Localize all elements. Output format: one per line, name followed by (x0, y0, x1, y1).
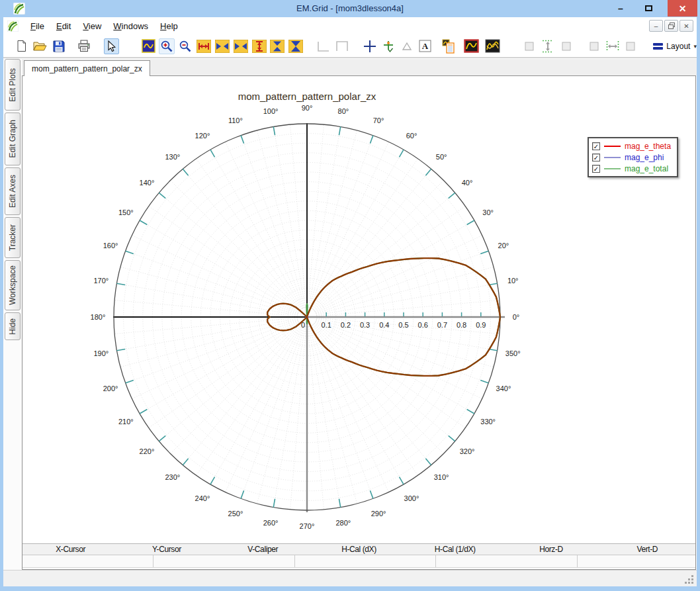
open-folder-icon (33, 40, 47, 52)
zoom-in-icon (160, 40, 173, 53)
triangle-marker-button[interactable] (399, 38, 415, 54)
vertical-arrows-icon (542, 40, 554, 53)
cursor-col-header: H-Cal (dX) (311, 544, 407, 555)
multi-curve-button[interactable] (484, 38, 500, 54)
fit-plot-button[interactable] (140, 38, 156, 54)
legend-label: mag_e_theta (625, 142, 671, 151)
axes-corner-button-2[interactable] (334, 38, 350, 54)
svg-text:300°: 300° (404, 494, 419, 502)
sidebar-tab-label: Edit Axes (8, 175, 17, 208)
title-bar: EM.Grid - [mom3dlesson4a] – ✕ (0, 0, 700, 17)
halign-right-box-button[interactable] (623, 38, 638, 54)
menu-item-file[interactable]: File (24, 19, 50, 33)
mdi-restore-button[interactable] (664, 20, 678, 32)
corner-frame-icon (318, 41, 329, 52)
pointer-tool-button[interactable] (104, 38, 120, 54)
sidebar-tab-label: Edit Graph (8, 120, 17, 158)
legend-row-mag_e_phi: ✓mag_e_phi (592, 152, 671, 163)
svg-text:40°: 40° (462, 179, 473, 187)
single-curve-button[interactable] (463, 38, 479, 54)
legend-row-mag_e_total: ✓mag_e_total (592, 163, 671, 174)
cursor-value-cell (578, 555, 695, 567)
menu-item-windows[interactable]: Windows (107, 19, 154, 33)
legend-report-button[interactable] (441, 38, 457, 54)
expand-vertical-disabled-button[interactable] (540, 38, 556, 54)
cursor-value-cell (22, 555, 153, 567)
stretch-x-button[interactable] (214, 38, 230, 54)
new-file-button[interactable] (14, 38, 30, 54)
tracker-cursor-icon (382, 40, 395, 53)
sidebar-tab-edit-axes[interactable]: Edit Axes (5, 167, 21, 215)
menu-item-edit[interactable]: Edit (50, 19, 77, 33)
gray-box-icon (525, 42, 534, 51)
legend-checkbox-mag_e_phi[interactable]: ✓ (592, 154, 600, 161)
sidebar-tab-hide[interactable]: Hide (5, 312, 21, 340)
pointer-arrow-icon (106, 40, 116, 52)
svg-text:310°: 310° (434, 473, 449, 481)
menu-bar: FileEditViewWindowsHelp – ✕ (3, 17, 697, 35)
axes-corner-button-1[interactable] (316, 38, 331, 54)
legend-checkbox-mag_e_theta[interactable]: ✓ (592, 142, 600, 150)
svg-text:50°: 50° (436, 153, 447, 161)
tracker-button[interactable] (380, 38, 396, 54)
svg-text:130°: 130° (165, 153, 180, 161)
text-label-button[interactable]: A (417, 38, 433, 54)
svg-text:250°: 250° (228, 510, 243, 518)
cursor-table-headers: X-CursorY-CursorV-CaliperH-Cal (dX)H-Cal… (22, 543, 695, 555)
zoom-in-button[interactable] (159, 38, 175, 54)
document-tab-strip: mom_pattern_pattern_polar_zx (22, 59, 697, 75)
crosshair-button[interactable] (362, 38, 378, 54)
cursor-table-values (22, 555, 695, 568)
cursor-readout-table: X-CursorY-CursorV-CaliperH-Cal (dX)H-Cal… (22, 543, 695, 568)
svg-text:0.8: 0.8 (457, 321, 466, 329)
main-area: Edit PlotsEdit GraphEdit AxesTrackerWork… (3, 58, 697, 570)
stretch-x-icon (215, 40, 230, 53)
stretch-y-icon (270, 40, 284, 53)
single-curve-icon (464, 39, 479, 53)
legend-line-sample (604, 146, 621, 147)
valign-right-box-button[interactable] (558, 38, 574, 54)
svg-text:0.3: 0.3 (360, 321, 370, 329)
compress-x-button[interactable] (233, 38, 249, 54)
sidebar-tab-edit-graph[interactable]: Edit Graph (5, 113, 21, 165)
cursor-value-cell (436, 555, 578, 567)
expand-y-full-button[interactable] (251, 38, 267, 54)
restore-icon (668, 23, 675, 29)
maximize-button[interactable] (635, 0, 662, 17)
print-button[interactable] (76, 38, 92, 54)
compress-x-icon (234, 40, 248, 53)
mdi-close-button[interactable]: ✕ (679, 20, 693, 32)
save-floppy-icon (53, 40, 65, 52)
legend-label: mag_e_phi (625, 153, 664, 162)
stretch-y-button[interactable] (270, 38, 286, 54)
menu-item-help[interactable]: Help (154, 19, 184, 33)
compress-y-button[interactable] (288, 38, 304, 54)
valign-left-box-button[interactable] (521, 38, 537, 54)
close-button[interactable]: ✕ (668, 0, 697, 17)
save-button[interactable] (51, 38, 67, 54)
resize-grip[interactable] (685, 576, 693, 584)
expand-x-full-button[interactable] (196, 38, 212, 54)
legend-report-icon (442, 39, 455, 54)
halign-left-box-button[interactable] (586, 38, 602, 54)
triangle-marker-icon (402, 42, 412, 51)
sidebar-tab-edit-plots[interactable]: Edit Plots (5, 59, 21, 111)
document-tab[interactable]: mom_pattern_pattern_polar_zx (24, 60, 150, 76)
menu-item-view[interactable]: View (77, 19, 107, 33)
svg-text:mom_pattern_pattern_polar_zx: mom_pattern_pattern_polar_zx (238, 91, 376, 102)
expand-horizontal-disabled-button[interactable] (605, 38, 621, 54)
sidebar-tab-tracker[interactable]: Tracker (5, 217, 21, 258)
window-title: EM.Grid - [mom3dlesson4a] (0, 0, 700, 17)
legend-checkbox-mag_e_total[interactable]: ✓ (592, 165, 600, 173)
multi-curve-icon (485, 39, 500, 53)
layout-button[interactable]: Layout ▾ (653, 42, 697, 51)
sidebar-tab-workspace[interactable]: Workspace (5, 260, 21, 310)
open-button[interactable] (32, 38, 48, 54)
minimize-button[interactable]: – (607, 0, 634, 17)
cursor-value-cell (153, 555, 295, 567)
legend-label: mag_e_total (625, 164, 668, 173)
toolbar: A (3, 35, 697, 58)
mdi-minimize-button[interactable]: – (649, 20, 663, 32)
mdi-window-buttons: – ✕ (649, 20, 693, 32)
zoom-out-button[interactable] (177, 38, 193, 54)
